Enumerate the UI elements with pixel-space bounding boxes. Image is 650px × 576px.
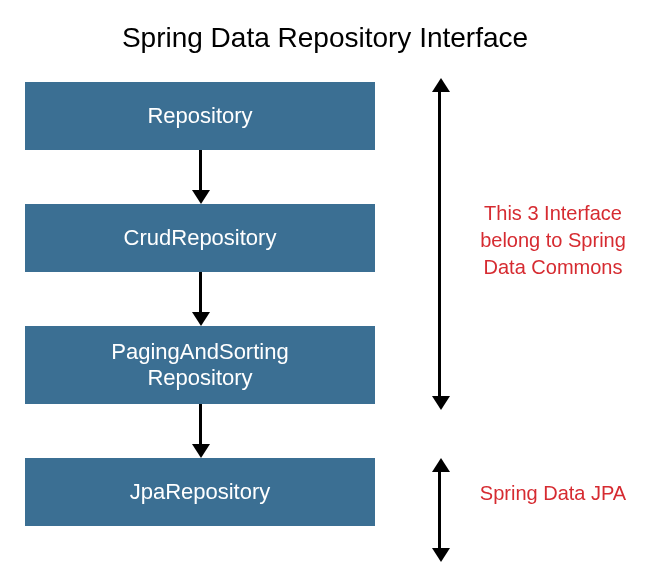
bracket-line xyxy=(438,90,441,398)
arrow-down-icon xyxy=(192,190,210,204)
box-jpa-repository: JpaRepository xyxy=(25,458,375,526)
arrow-line xyxy=(199,272,202,312)
box-repository: Repository xyxy=(25,82,375,150)
arrow-down-icon xyxy=(192,312,210,326)
box-paging-sorting-repository: PagingAndSorting Repository xyxy=(25,326,375,404)
annotation-line: belong to Spring xyxy=(480,229,626,251)
box-jpa-label: JpaRepository xyxy=(130,479,271,505)
annotation-line: Spring Data JPA xyxy=(480,482,626,504)
box-paging-line2: Repository xyxy=(147,365,252,390)
arrow-line xyxy=(199,150,202,190)
arrow-line xyxy=(199,404,202,444)
arrow-down-icon xyxy=(432,396,450,410)
box-repository-label: Repository xyxy=(147,103,252,129)
annotation-data-commons: This 3 Interface belong to Spring Data C… xyxy=(468,200,638,281)
bracket-line xyxy=(438,470,441,550)
annotation-line: This 3 Interface xyxy=(484,202,622,224)
diagram-title: Spring Data Repository Interface xyxy=(0,22,650,54)
box-crud-label: CrudRepository xyxy=(124,225,277,251)
box-crud-repository: CrudRepository xyxy=(25,204,375,272)
box-paging-label: PagingAndSorting Repository xyxy=(111,339,288,392)
annotation-line: Data Commons xyxy=(484,256,623,278)
annotation-data-jpa: Spring Data JPA xyxy=(468,482,638,505)
arrow-down-icon xyxy=(192,444,210,458)
box-paging-line1: PagingAndSorting xyxy=(111,339,288,364)
arrow-down-icon xyxy=(432,548,450,562)
